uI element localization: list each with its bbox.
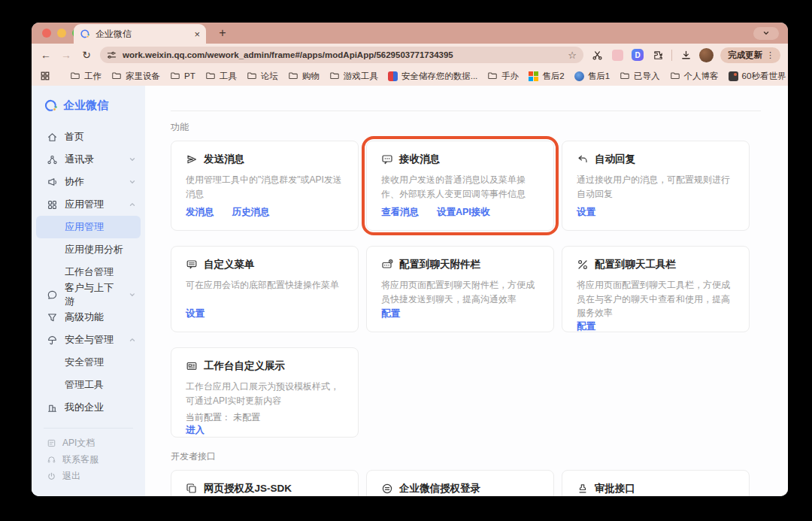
bookmark-folder[interactable]: 购物 [288,71,320,82]
link-view-messages[interactable]: 查看消息 [381,206,419,219]
sidebar-item-home[interactable]: 首页 [32,126,145,148]
toolbar-icon [577,259,589,271]
card-title: 自定义菜单 [204,258,255,271]
bookmark-site[interactable]: 60秒看世界 [729,71,786,82]
sidebar-item-my-company[interactable]: 我的企业 [32,396,145,419]
card-title: 接收消息 [399,153,440,166]
sidebar-item-security-sub[interactable]: 安全管理 [32,351,145,374]
card-desc: 工作台应用入口展示为预设模板样式，可通过API实时更新内容 [186,380,344,407]
sidebar-item-logout[interactable]: 退出 [32,468,145,484]
card-desc: 可在应用会话的底部配置快捷操作菜单 [186,278,344,292]
auth-login-icon [381,483,393,495]
bookmark-folder[interactable]: 游戏工具 [329,71,378,82]
link-settings[interactable]: 设置 [577,206,595,219]
bookmark-site[interactable]: 安全储存您的数据... [388,71,478,82]
url-text: work.weixin.qq.com/wework_admin/frame#/a… [123,50,562,59]
pink-extension-icon[interactable] [611,48,624,62]
wecom-logo[interactable]: 企业微信 [32,95,145,115]
attachment-bar-icon [381,259,393,271]
sidebar-item-contacts[interactable]: 通讯录 [32,148,145,171]
card-custom-menu: 自定义菜单 可在应用会话的底部配置快捷操作菜单 设置 [171,246,359,332]
address-bar[interactable]: work.weixin.qq.com/wework_admin/frame#/a… [100,47,583,63]
link-set-api-receive[interactable]: 设置API接收 [437,206,490,219]
sidebar-item-app-usage-analysis[interactable]: 应用使用分析 [32,238,145,261]
card-wecom-auth-login: 企业微信授权登录 [366,470,554,496]
card-title: 网页授权及JS-SDK [204,482,292,495]
send-icon [186,153,198,165]
card-title: 自动回复 [595,153,635,166]
bookmark-star-icon[interactable]: ☆ [568,50,577,61]
sidebar-item-app-management[interactable]: 应用管理 [32,193,145,216]
tab-search-button[interactable] [753,27,779,40]
chevron-up-icon [129,201,136,208]
screenshot-extension-icon[interactable] [590,48,604,62]
power-icon [47,471,56,481]
header-divider [171,111,761,111]
logo-text: 企业微信 [63,98,108,113]
chevron-down-icon [129,156,136,163]
blue-extension-icon[interactable]: D [631,48,644,62]
site-favicon-icon [388,71,398,81]
browser-tab[interactable]: 企业微信 × [74,24,206,44]
chevron-down-icon [129,178,136,186]
card-web-auth-jssdk: 网页授权及JS-SDK [171,470,359,496]
reload-button[interactable]: ↻ [80,49,93,61]
tab-strip: 企业微信 × + [32,23,788,44]
link-message-history[interactable]: 历史消息 [232,206,270,219]
bookmark-folder[interactable]: 个人博客 [670,71,719,82]
sidebar-item-api-docs[interactable]: API文档 [32,435,145,451]
downloads-icon[interactable] [679,48,692,62]
bookmark-folder[interactable]: 论坛 [247,71,278,82]
card-desc: 使用管理工具中的"消息群发"或API发送消息 [186,173,344,201]
card-desc: 将应用页面配置到聊天附件栏，方便成员快捷发送到聊天，提高沟通效率 [381,278,539,306]
browser-toolbar: ← → ↻ work.weixin.qq.com/wework_admin/fr… [32,44,788,66]
chrome-menu-icon[interactable]: ⋮ [766,50,774,60]
link-enter[interactable]: 进入 [186,424,205,437]
chrome-update-button[interactable]: 完成更新 ⋮ [720,47,780,63]
bookmark-site[interactable]: 售后1 [574,71,610,82]
card-title: 企业微信授权登录 [399,482,480,495]
update-label: 完成更新 [728,50,762,61]
extensions-puzzle-icon[interactable] [651,48,665,62]
apps-grid-icon[interactable] [40,71,50,81]
bookmark-folder[interactable]: 工作 [70,71,102,82]
sidebar-item-workbench-management[interactable]: 工作台管理 [32,261,145,283]
bookmark-folder[interactable]: 手办 [487,71,519,82]
site-favicon-icon [729,71,738,81]
site-favicon-icon [574,71,584,81]
section-label-functions: 功能 [171,86,788,134]
sidebar-item-contact-support[interactable]: 联系客服 [32,451,145,468]
sidebar-item-advanced-features[interactable]: 高级功能 [32,306,145,329]
new-tab-button[interactable]: + [214,26,232,40]
chat-bubble-icon [47,289,58,301]
link-configure[interactable]: 配置 [577,320,595,333]
back-button[interactable]: ← [39,49,53,61]
minimize-window-button[interactable] [57,29,66,38]
sidebar-item-admin-tools[interactable]: 管理工具 [32,374,145,396]
link-send-message[interactable]: 发消息 [186,206,214,219]
link-configure[interactable]: 配置 [381,307,400,320]
card-send-message: 发送消息 使用管理工具中的"消息群发"或API发送消息 发消息 历史消息 [171,141,359,231]
wecom-favicon-icon [80,29,90,39]
profile-avatar[interactable] [699,48,714,62]
reply-icon [577,153,589,165]
tab-title: 企业微信 [95,28,189,41]
close-window-button[interactable] [42,29,51,38]
umbrella-icon [47,335,58,346]
document-icon [47,438,56,448]
function-cards-grid: 发送消息 使用管理工具中的"消息群发"或API发送消息 发消息 历史消息 接收消… [171,141,750,438]
sidebar-item-collaboration[interactable]: 协作 [32,171,145,193]
sidebar-item-app-management-sub[interactable]: 应用管理 [36,216,141,238]
bookmark-folder[interactable]: 工具 [205,71,237,82]
bookmark-folder[interactable]: PT [170,71,195,81]
forward-button[interactable]: → [59,49,73,61]
site-settings-icon[interactable] [107,50,117,60]
bookmark-folder[interactable]: 已导入 [620,71,660,82]
sidebar-item-security-management[interactable]: 安全与管理 [32,329,145,351]
sidebar-item-customers[interactable]: 客户与上下游 [32,283,145,306]
browser-window: 企业微信 × + ← → ↻ work.weixin.qq.com/wework… [32,23,788,496]
link-settings[interactable]: 设置 [186,307,205,320]
bookmark-folder[interactable]: 家里设备 [111,71,160,82]
bookmark-site[interactable]: 售后2 [529,71,564,82]
tab-close-icon[interactable]: × [194,29,200,40]
